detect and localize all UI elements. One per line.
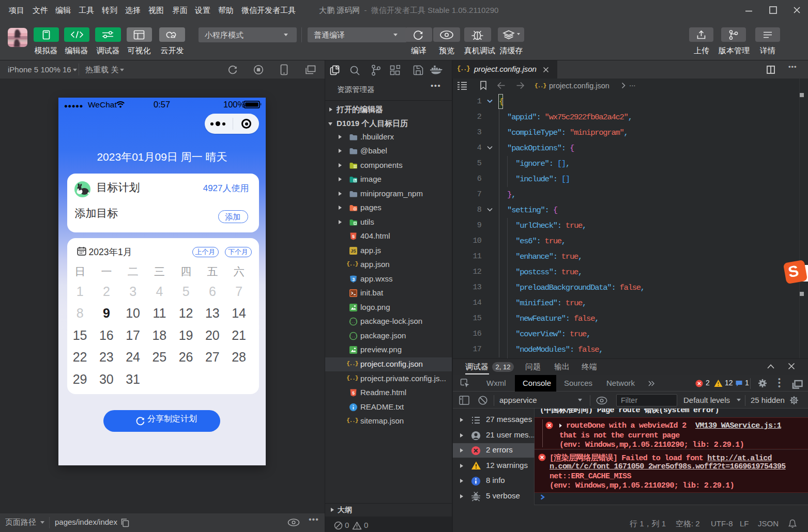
- svg-text:3: 3: [352, 277, 355, 282]
- svg-text:JS: JS: [350, 248, 356, 254]
- svg-text:5: 5: [352, 390, 355, 396]
- svg-text:{..}: {..}: [349, 335, 358, 338]
- svg-text:{..}: {..}: [349, 321, 358, 324]
- svg-text:5: 5: [352, 234, 355, 239]
